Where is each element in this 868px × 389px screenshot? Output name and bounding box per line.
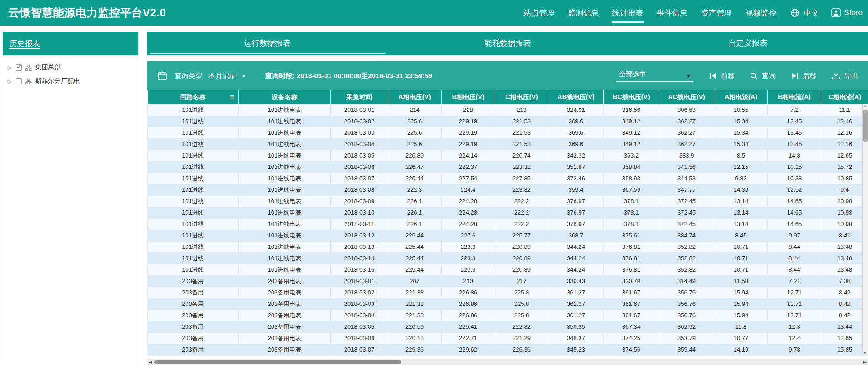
table-cell: 101进线电表	[239, 104, 331, 116]
nav-item-4[interactable]: 事件信息	[656, 6, 688, 20]
expand-caret-icon[interactable]: ▷	[7, 79, 12, 84]
table-cell: 225.6	[388, 138, 442, 150]
horizontal-scroll-thumb[interactable]	[154, 360, 401, 364]
select-all-dropdown[interactable]: 全部选中 ▼	[616, 70, 694, 82]
table-row[interactable]: 101进线101进线电表2018-03-15225.44223.3220.893…	[148, 264, 868, 275]
table-cell: 226.1	[388, 207, 442, 218]
table-row[interactable]: 203备用203备用电表2018-03-01207210217330.43320…	[148, 275, 868, 287]
table-row[interactable]: 101进线101进线电表2018-03-04225.6229.19221.533…	[148, 138, 868, 150]
nav-item-6[interactable]: 视频监控	[745, 6, 777, 20]
table-cell: 12.16	[821, 116, 868, 127]
vertical-scrollbar[interactable]: ▲ ▼	[862, 104, 868, 355]
select-all-value: 全部选中	[619, 70, 646, 79]
table-cell: 356.76	[659, 310, 714, 321]
table-row[interactable]: 203备用203备用电表2018-03-07229.36229.62226.36…	[148, 344, 868, 355]
table-cell: 101进线	[148, 127, 239, 138]
table-row[interactable]: 101进线101进线电表2018-03-10226.1224.28222.237…	[148, 207, 868, 218]
top-right-actions: 中文 Sfere	[790, 8, 863, 18]
col-header-8[interactable]: BC线电压(V)	[604, 90, 659, 104]
scroll-up-icon[interactable]: ▲	[863, 105, 867, 108]
vertical-scroll-thumb[interactable]	[863, 110, 868, 142]
table-row[interactable]: 203备用203备用电表2018-03-02221.38226.86225.83…	[148, 287, 868, 298]
table-cell: 361.27	[548, 298, 604, 310]
table-row[interactable]: 101进线101进线电表2018-03-08222.3224.4223.8235…	[148, 184, 868, 195]
table-row[interactable]: 101进线101进线电表2018-03-03225.6229.19221.533…	[148, 127, 868, 138]
nav-item-2[interactable]: 监测信息	[567, 6, 599, 20]
scroll-right-icon[interactable]: ▶	[863, 360, 867, 364]
table-cell: 8.42	[821, 298, 868, 310]
col-header-1[interactable]: 回路名称≡	[148, 90, 239, 104]
table-cell: 384.74	[659, 230, 714, 241]
language-toggle[interactable]: 中文	[804, 8, 819, 18]
table-cell: 101进线	[148, 104, 239, 116]
table-row[interactable]: 203备用203备用电表2018-03-06220.18222.71221.29…	[148, 332, 868, 344]
column-menu-icon[interactable]: ≡	[230, 93, 234, 100]
table-cell: 101进线	[148, 230, 239, 241]
table-cell: 203备用电表	[239, 275, 331, 287]
tab-2[interactable]: 能耗数据报表	[388, 32, 628, 55]
expand-caret-icon[interactable]: ▷	[7, 65, 12, 71]
table-cell: 378.1	[604, 207, 659, 218]
tab-3[interactable]: 自定义报表	[628, 32, 868, 55]
col-header-label: B相电流(A)	[778, 93, 811, 100]
tab-1[interactable]: 运行数据报表	[147, 32, 388, 55]
report-tabs: 运行数据报表能耗数据报表自定义报表	[147, 32, 868, 55]
horizontal-scrollbar[interactable]: ◀ ▶	[147, 359, 868, 365]
tab-toolbar-gap	[147, 55, 868, 61]
table-cell: 320.79	[604, 275, 659, 287]
search-button[interactable]: 查询	[750, 72, 776, 80]
table-cell: 12.71	[768, 310, 821, 321]
col-header-3[interactable]: 采集时间	[331, 90, 388, 104]
table-cell: 351.87	[548, 161, 604, 173]
nav-item-5[interactable]: 资产管理	[700, 6, 732, 20]
table-row[interactable]: 101进线101进线电表2018-03-02225.6229.19221.533…	[148, 116, 868, 127]
table-row[interactable]: 101进线101进线电表2018-03-12229.44227.6225.773…	[148, 230, 868, 241]
tree-checkbox[interactable]	[16, 78, 22, 84]
table-row[interactable]: 101进线101进线电表2018-03-07220.44227.54227.85…	[148, 173, 868, 184]
table-row[interactable]: 203备用203备用电表2018-03-03221.38226.86225.83…	[148, 298, 868, 310]
table-cell: 227.6	[442, 230, 495, 241]
table-cell: 101进线电表	[239, 161, 331, 173]
table-row[interactable]: 101进线101进线电表2018-03-01214228213324.91316…	[148, 104, 868, 116]
table-row[interactable]: 101进线101进线电表2018-03-05226.89224.14220.74…	[148, 150, 868, 161]
user-menu[interactable]: Sfere	[831, 8, 863, 17]
scroll-down-icon[interactable]: ▼	[863, 352, 867, 355]
col-header-4[interactable]: A相电压(V)	[388, 90, 442, 104]
col-header-6[interactable]: C相电压(V)	[495, 90, 548, 104]
table-cell: 324.91	[548, 104, 604, 116]
col-header-label: AC线电压(V)	[668, 93, 705, 100]
col-header-label: B相电压(V)	[452, 93, 485, 100]
table-cell: 347.77	[659, 184, 714, 195]
globe-icon[interactable]	[790, 8, 799, 17]
col-header-2[interactable]: 设备名称	[239, 90, 331, 104]
scroll-left-icon[interactable]: ◀	[149, 360, 152, 364]
table-cell: 224.14	[442, 150, 495, 161]
col-header-11[interactable]: B相电流(A)	[768, 90, 821, 104]
col-header-10[interactable]: A相电流(A)	[714, 90, 768, 104]
table-row[interactable]: 203备用203备用电表2018-03-04221.38226.86225.83…	[148, 310, 868, 321]
query-type-select[interactable]: 本月记录 ▼	[208, 72, 246, 80]
col-header-5[interactable]: B相电压(V)	[442, 90, 495, 104]
table-row[interactable]: 101进线101进线电表2018-03-09226.1224.28222.237…	[148, 195, 868, 207]
table-row[interactable]: 101进线101进线电表2018-03-11226.1224.28222.237…	[148, 218, 868, 230]
prev-button[interactable]: 前移	[709, 72, 735, 80]
table-row[interactable]: 101进线101进线电表2018-03-13225.44223.3220.893…	[148, 241, 868, 252]
table-row[interactable]: 101进线101进线电表2018-03-14225.44223.3220.893…	[148, 252, 868, 264]
tree-node-1[interactable]: ▷集团总部	[7, 61, 134, 74]
table-row[interactable]: 101进线101进线电表2018-03-06226.47222.37223.32…	[148, 161, 868, 173]
table-cell: 221.29	[495, 332, 548, 344]
table-cell: 12.65	[821, 332, 868, 344]
table-row[interactable]: 203备用203备用电表2018-03-05220.59225.41222.82…	[148, 321, 868, 332]
col-header-12[interactable]: C相电流(A)	[821, 90, 868, 104]
calendar-icon[interactable]	[157, 71, 167, 81]
table-cell: 12.52	[768, 184, 821, 195]
table-cell: 101进线	[148, 138, 239, 150]
nav-item-3[interactable]: 统计报表	[612, 6, 644, 20]
export-button[interactable]: 导出	[832, 72, 858, 80]
col-header-7[interactable]: AB线电压(V)	[548, 90, 604, 104]
tree-checkbox[interactable]	[16, 64, 22, 71]
next-button[interactable]: 后移	[791, 72, 816, 80]
nav-item-1[interactable]: 站点管理	[523, 6, 555, 20]
col-header-9[interactable]: AC线电压(V)	[659, 90, 714, 104]
tree-node-2[interactable]: ▷斯菲尔分厂配电	[7, 74, 134, 88]
